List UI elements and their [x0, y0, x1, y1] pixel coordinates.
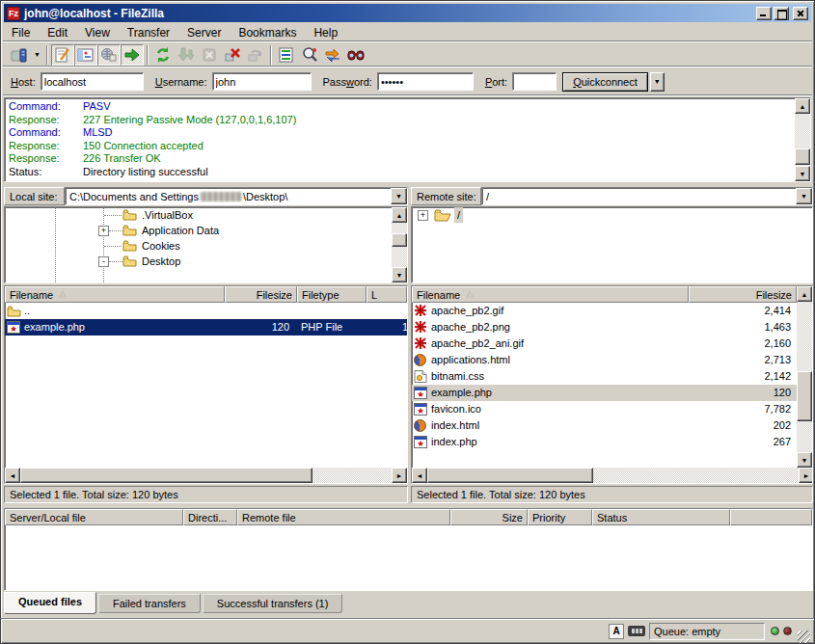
log-scrollbar[interactable] — [795, 98, 810, 181]
local-tree-scrollbar[interactable] — [392, 207, 407, 282]
chevron-down-icon[interactable] — [391, 188, 407, 204]
menu-transfer[interactable]: Transfer — [119, 24, 178, 41]
scroll-left-icon[interactable] — [5, 468, 20, 483]
image-file-icon — [414, 337, 428, 350]
message-log: Command:PASV Response:227 Entering Passi… — [4, 97, 811, 182]
local-column-last-modified[interactable]: L — [367, 286, 407, 303]
cancel-operation-icon[interactable] — [198, 44, 221, 66]
menu-server[interactable]: Server — [178, 24, 230, 41]
tree-item-cookies[interactable]: Cookies — [5, 238, 392, 254]
tab-failed-transfers[interactable]: Failed transfers — [98, 594, 201, 613]
local-list-hscrollbar[interactable] — [5, 468, 407, 483]
queue-column-size[interactable]: Size — [450, 509, 528, 525]
scroll-right-icon[interactable] — [392, 468, 407, 483]
minimize-icon[interactable] — [756, 7, 772, 20]
disconnect-icon[interactable] — [221, 44, 244, 66]
folder-icon — [7, 305, 21, 317]
remote-column-filename[interactable]: Filename — [412, 286, 689, 303]
menu-view[interactable]: View — [76, 24, 119, 41]
scrollbar-thumb[interactable] — [20, 468, 312, 483]
speed-limit-icon[interactable] — [628, 626, 645, 636]
synchronized-browsing-icon[interactable] — [321, 44, 344, 66]
host-input[interactable] — [41, 72, 144, 91]
local-column-filesize[interactable]: Filesize — [225, 286, 297, 303]
scrollbar-thumb[interactable] — [797, 371, 812, 421]
remote-site-path: / — [482, 191, 796, 202]
scrollbar-thumb[interactable] — [427, 468, 593, 483]
refresh-icon[interactable] — [151, 44, 175, 66]
tree-item-application-data[interactable]: + Application Data — [5, 223, 392, 238]
scroll-down-icon[interactable] — [795, 166, 810, 181]
queue-column-direction[interactable]: Directi... — [183, 509, 237, 525]
scrollbar-thumb[interactable] — [392, 233, 407, 247]
scroll-down-icon[interactable] — [797, 452, 812, 468]
process-queue-icon[interactable] — [175, 44, 198, 66]
remote-file-row[interactable]: apache_pb2.png 1,463 — [412, 319, 797, 335]
reconnect-icon[interactable] — [244, 44, 267, 66]
chevron-down-icon[interactable] — [796, 188, 812, 204]
queue-column-priority[interactable]: Priority — [528, 509, 592, 525]
menu-edit[interactable]: Edit — [39, 24, 76, 41]
remote-file-row[interactable]: favicon.ico 7,782 — [412, 401, 797, 417]
scroll-up-icon[interactable] — [392, 207, 407, 223]
toggle-transfer-queue-icon[interactable] — [121, 44, 144, 66]
tab-successful-transfers[interactable]: Successful transfers (1) — [203, 594, 343, 613]
queue-column-remote-file[interactable]: Remote file — [237, 509, 450, 525]
remote-list-vscrollbar[interactable] — [797, 286, 812, 468]
remote-file-row[interactable]: apache_pb2.gif 2,414 — [412, 303, 797, 319]
resize-grip[interactable] — [798, 631, 810, 643]
html-file-icon — [414, 419, 426, 432]
menu-bar: File Edit View Transfer Server Bookmarks… — [3, 23, 812, 41]
folder-icon — [122, 225, 137, 236]
queue-column-filler — [730, 509, 812, 525]
scroll-right-icon[interactable] — [799, 468, 813, 483]
username-input[interactable] — [212, 72, 312, 91]
close-icon[interactable] — [793, 7, 808, 20]
find-files-icon[interactable] — [344, 44, 367, 66]
scroll-up-icon[interactable] — [795, 98, 810, 114]
menu-help[interactable]: Help — [305, 24, 346, 41]
local-site-combobox[interactable]: C:\Documents and Settings\Desktop\ — [65, 187, 408, 205]
toggle-remote-tree-icon[interactable] — [97, 44, 121, 66]
quickconnect-dropdown-icon[interactable]: ▼ — [650, 72, 665, 92]
local-file-row-selected[interactable]: example.php 120 PHP File 1 — [5, 319, 407, 335]
tree-item-virtualbox[interactable]: .VirtualBox — [5, 207, 392, 223]
scroll-down-icon[interactable] — [392, 267, 407, 282]
remote-file-row[interactable]: applications.html 2,713 — [412, 352, 797, 368]
toggle-message-log-icon[interactable] — [51, 44, 74, 66]
expand-plus-icon[interactable]: + — [98, 226, 109, 236]
toggle-local-tree-icon[interactable] — [74, 44, 97, 66]
remote-site-combobox[interactable]: / — [481, 187, 813, 205]
port-input[interactable] — [512, 72, 557, 91]
site-manager-dropdown-icon[interactable]: ▼ — [31, 44, 43, 66]
directory-listing-filters-icon[interactable] — [275, 44, 298, 66]
local-column-filename[interactable]: Filename — [5, 286, 225, 303]
queue-column-status[interactable]: Status — [592, 509, 730, 525]
local-file-row-parent[interactable]: .. — [5, 303, 407, 319]
expand-plus-icon[interactable]: + — [418, 210, 428, 221]
queue-column-server-local-file[interactable]: Server/Local file — [5, 509, 183, 525]
menu-bookmarks[interactable]: Bookmarks — [230, 24, 305, 41]
local-column-filetype[interactable]: Filetype — [297, 286, 367, 303]
scrollbar-thumb[interactable] — [795, 148, 810, 165]
remote-file-row[interactable]: apache_pb2_ani.gif 2,160 — [412, 335, 797, 352]
maximize-icon[interactable] — [774, 7, 789, 20]
remote-file-row[interactable]: index.html 202 — [412, 417, 797, 434]
remote-file-row[interactable]: index.php 267 — [412, 434, 797, 450]
remote-file-row[interactable]: bitnami.css 2,142 — [412, 368, 797, 385]
password-input[interactable] — [377, 72, 474, 91]
remote-file-row-selected[interactable]: example.php 120 — [412, 385, 797, 401]
tab-queued-files[interactable]: Queued files — [4, 592, 96, 614]
scroll-left-icon[interactable] — [412, 468, 427, 483]
directory-comparison-icon[interactable] — [298, 44, 321, 66]
ascii-data-type-icon[interactable]: A — [609, 624, 624, 639]
tree-item-root[interactable]: + / — [412, 207, 812, 223]
tree-item-desktop[interactable]: - Desktop — [5, 254, 392, 269]
remote-list-hscrollbar[interactable] — [412, 468, 813, 483]
scroll-up-icon[interactable] — [797, 286, 812, 302]
collapse-minus-icon[interactable]: - — [98, 256, 109, 267]
menu-file[interactable]: File — [3, 24, 39, 41]
remote-column-filesize[interactable]: Filesize — [689, 286, 797, 303]
quickconnect-button[interactable]: Quickconnect — [562, 72, 648, 92]
site-manager-icon[interactable] — [8, 44, 31, 66]
